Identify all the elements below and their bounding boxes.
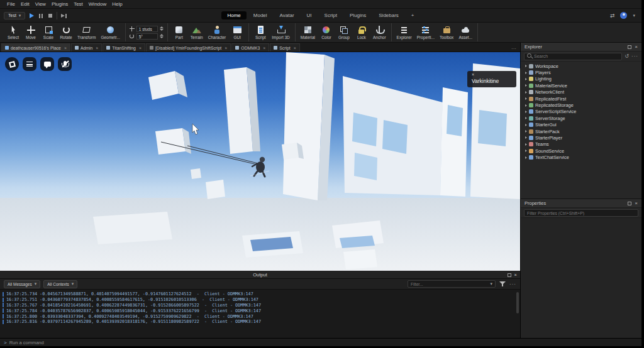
explorer-item[interactable]: Lighting [521,76,641,82]
explorer-item[interactable]: MaterialService [521,82,641,89]
document-tab[interactable]: TitanShifting × [103,43,145,52]
funnel-filter-icon[interactable] [499,281,506,287]
expand-caret-icon[interactable] [525,111,527,113]
messages-filter-dropdown[interactable]: All Messages ▾ [4,280,40,288]
toolbar-tool[interactable]: Group [335,23,353,41]
tab-close-icon[interactable]: × [225,46,227,50]
output-filter-input[interactable] [411,282,490,286]
toolbar-tool[interactable]: Geometr... [98,23,122,41]
explorer-item[interactable]: Players [521,69,641,75]
pause-button[interactable] [38,13,44,19]
explorer-item[interactable]: SoundService [521,148,641,154]
close-panel-icon[interactable]: × [635,201,638,206]
output-filter-box[interactable]: ▾ [408,280,496,288]
output-menu-icon[interactable]: ··· [509,281,516,287]
toolbar-tool[interactable]: Import 3D [269,23,292,41]
menu-item[interactable]: Test [71,1,86,8]
menu-item[interactable]: Plugins [49,1,70,8]
ribbon-tab[interactable]: Avatar [274,11,300,19]
move-snap-value[interactable]: 1 studs [136,26,158,32]
viewport-3d[interactable]: × Varkinkitine [0,52,520,271]
expand-caret-icon[interactable] [525,150,527,152]
command-input[interactable] [9,340,638,345]
close-panel-icon[interactable]: × [635,45,638,50]
step-button[interactable] [60,13,67,19]
expand-caret-icon[interactable] [525,65,527,67]
tab-overflow-icon[interactable]: ··· [508,46,520,52]
toolbar-tool[interactable]: Anchor [370,23,389,41]
menu-item[interactable]: Edit [18,1,32,8]
output-titlebar[interactable]: Output × [0,271,520,279]
explorer-item[interactable]: StarterPack [521,128,641,134]
expand-caret-icon[interactable] [525,143,527,146]
rotate-snap-value[interactable]: 5° [136,33,158,40]
explorer-item[interactable]: ReplicatedFirst [521,95,641,102]
test-mode-dropdown[interactable]: Test ▾ [4,12,25,19]
chevron-down-icon[interactable]: ▾ [490,281,492,286]
stop-button[interactable] [47,13,53,19]
tab-close-icon[interactable]: × [294,46,296,50]
toolbar-tool[interactable]: Part [170,23,188,41]
toolbar-tool[interactable]: GUI [228,23,246,41]
explorer-item[interactable]: ServerScriptService [521,109,641,115]
ribbon-tab[interactable]: UI [301,11,318,19]
toolbar-tool[interactable]: Transform [75,23,98,41]
explorer-item[interactable]: ReplicatedStorage [521,102,641,108]
explorer-item[interactable]: TextChatService [521,154,641,160]
expand-caret-icon[interactable] [525,117,527,119]
explorer-menu-icon[interactable]: ··· [631,53,638,59]
menu-item[interactable]: Window [86,1,109,8]
toolbar-tool[interactable]: Lock [353,23,370,41]
ribbon-tab[interactable]: Model [248,11,273,19]
toolbar-tool[interactable]: Asset... [456,23,475,41]
properties-filter-box[interactable] [524,209,638,217]
explorer-item[interactable]: NetworkClient [521,89,641,95]
toolbar-tool[interactable]: Color [318,23,335,41]
explorer-item[interactable]: ServerStorage [521,115,641,121]
expand-caret-icon[interactable] [525,97,527,100]
explorer-item[interactable]: Workspace [521,63,641,69]
toolbar-tool[interactable]: Toolbox [437,23,456,41]
float-panel-icon[interactable] [628,45,631,49]
toolbar-tool[interactable]: Terrain [188,23,206,41]
tab-close-icon[interactable]: × [139,46,142,50]
tab-close-icon[interactable]: × [96,46,98,50]
properties-filter-input[interactable] [527,211,635,215]
close-panel-icon[interactable]: × [514,273,517,278]
toolbar-tool[interactable]: Scale [40,23,57,41]
ribbon-tab[interactable]: + [406,11,420,19]
toolbar-tool[interactable]: Script [252,23,269,41]
expand-caret-icon[interactable] [525,124,527,126]
play-button[interactable] [28,13,35,19]
roblox-menu-button[interactable] [5,57,19,71]
move-snap-stepper[interactable] [160,26,164,31]
toolbar-tool[interactable]: Explorer [394,23,414,41]
contexts-filter-dropdown[interactable]: All Contexts ▾ [43,280,77,288]
explorer-item[interactable]: StarterGui [521,122,641,128]
toolbar-tool[interactable]: Properti... [414,23,437,41]
collaborate-icon[interactable]: ⇄ [610,13,615,19]
history-icon[interactable]: ↺ [625,53,629,59]
toolbar-tool[interactable]: Material [298,23,318,41]
menu-item[interactable]: Help [109,1,125,8]
expand-caret-icon[interactable] [525,91,527,94]
output-scrollbar[interactable] [516,292,519,313]
float-panel-icon[interactable] [628,202,631,205]
document-tab[interactable]: Script × [270,43,299,52]
expand-caret-icon[interactable] [525,104,527,107]
rotate-snap-stepper[interactable] [160,34,164,38]
explorer-titlebar[interactable]: Explorer × [521,43,641,52]
ribbon-tab[interactable]: Script [319,11,343,19]
menu-item[interactable]: File [4,1,18,8]
tab-close-icon[interactable]: × [263,46,265,50]
document-tab[interactable]: deathcauser90516's Place × [1,43,70,52]
properties-titlebar[interactable]: Properties × [521,199,641,208]
user-avatar[interactable] [620,12,627,19]
ribbon-tab[interactable]: Plugins [344,11,372,19]
expand-caret-icon[interactable] [525,130,527,133]
expand-caret-icon[interactable] [525,78,527,80]
document-tab[interactable]: ODMMK3 × [231,43,269,52]
toolbar-tool[interactable]: Rotate [57,23,75,41]
float-panel-icon[interactable] [508,273,511,277]
toolbar-tool[interactable]: Move [22,23,40,41]
